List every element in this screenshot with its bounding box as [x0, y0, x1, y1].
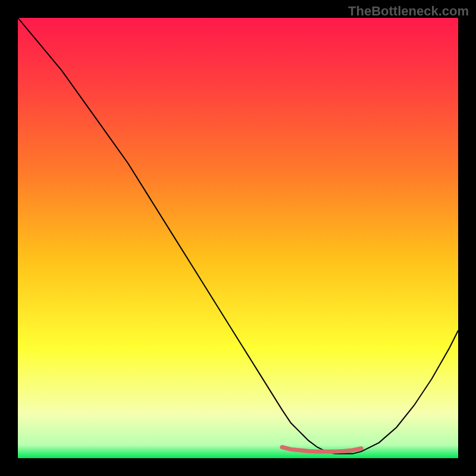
chart-svg [18, 18, 458, 458]
watermark-text: TheBottleneck.com [348, 4, 469, 19]
gradient-background [18, 18, 458, 458]
plot-area [18, 18, 458, 458]
chart-container: TheBottleneck.com [0, 0, 476, 476]
